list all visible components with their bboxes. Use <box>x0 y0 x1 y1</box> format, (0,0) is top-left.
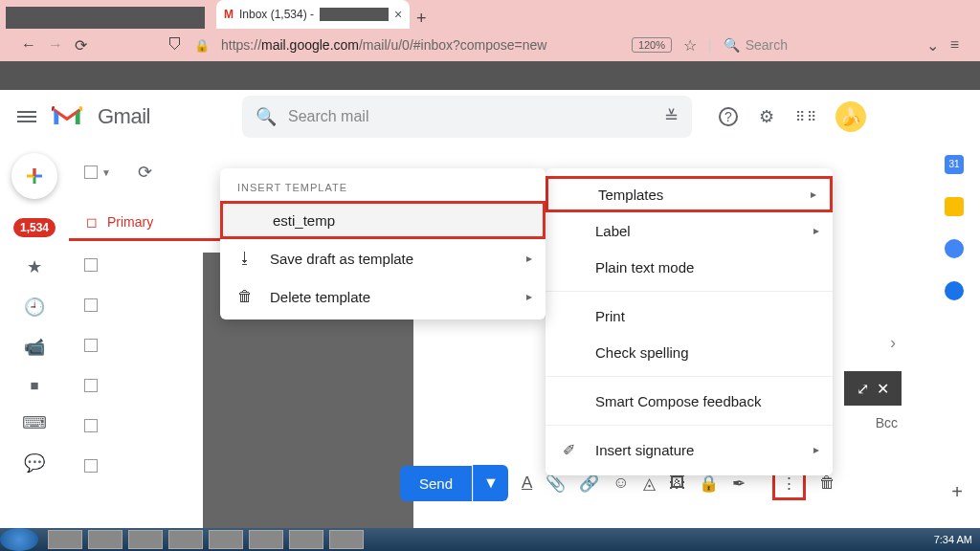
taskbar-app[interactable] <box>88 530 122 549</box>
submenu-header: INSERT TEMPLATE <box>220 172 546 201</box>
taskbar-app[interactable] <box>128 530 163 549</box>
bcc-link[interactable]: Bcc <box>876 415 898 430</box>
keyboard-icon[interactable]: ⌨ <box>22 412 47 433</box>
new-tab-button[interactable]: + <box>410 9 433 29</box>
apps-grid-icon[interactable]: ⠿⠿ <box>795 105 818 128</box>
menu-insert-signature[interactable]: ✐Insert signature <box>546 431 833 468</box>
pen-icon: ✐ <box>563 441 575 459</box>
popout-icon[interactable]: ⤢ <box>857 380 869 398</box>
taskbar-app[interactable] <box>48 530 82 549</box>
reload-icon[interactable]: ⟳ <box>75 36 87 55</box>
redacted-area <box>6 7 205 29</box>
kebab-icon: ⋮ <box>781 474 797 493</box>
menu-icon[interactable]: ≡ <box>950 36 959 54</box>
plus-icon <box>23 165 46 187</box>
send-options-dropdown[interactable]: ▼ <box>473 465 508 501</box>
browser-tab-strip: M Inbox (1,534) - × + <box>0 0 980 29</box>
contacts-app-icon[interactable] <box>945 281 964 300</box>
starred-icon[interactable]: ★ <box>27 256 42 277</box>
search-options-icon[interactable]: ≚ <box>664 106 679 127</box>
left-sidebar: 1,534 ★ 🕘 📹 ■ ⌨ 💬 <box>0 143 69 528</box>
search-icon: 🔍 <box>256 106 277 127</box>
delete-template[interactable]: 🗑Delete template <box>220 277 546 316</box>
compose-window-controls: ⤢ ✕ <box>844 371 902 406</box>
search-input[interactable] <box>288 108 653 125</box>
taskbar-app[interactable] <box>329 530 364 549</box>
shield-icon[interactable]: ⛉ <box>167 36 183 54</box>
inbox-icon: ◻ <box>86 214 98 230</box>
save-draft-as-template[interactable]: ⭳Save draft as template <box>220 239 546 277</box>
browser-search-box[interactable]: 🔍 Search <box>724 37 915 53</box>
emoji-icon[interactable]: ☺ <box>612 474 629 493</box>
keep-app-icon[interactable] <box>945 197 964 216</box>
gmail-header: Gmail 🔍 ≚ ? ⚙ ⠿⠿ 🍌 <box>0 90 980 143</box>
trash-icon: 🗑 <box>237 288 253 305</box>
gmail-search-bar[interactable]: 🔍 ≚ <box>242 96 692 138</box>
calendar-app-icon[interactable]: 31 <box>945 155 964 174</box>
menu-label[interactable]: Label <box>546 212 833 249</box>
hangouts-icon[interactable]: 💬 <box>24 452 45 474</box>
main-menu-icon[interactable] <box>17 111 36 122</box>
bookmark-star-icon[interactable]: ☆ <box>683 36 697 55</box>
gmail-favicon-icon: M <box>224 8 234 21</box>
meet-camera-icon[interactable]: 📹 <box>24 337 45 358</box>
add-addon-icon[interactable]: + <box>951 481 963 503</box>
template-item-esti-temp[interactable]: esti_temp <box>220 201 546 239</box>
account-avatar[interactable]: 🍌 <box>835 101 866 132</box>
settings-gear-icon[interactable]: ⚙ <box>755 105 778 128</box>
attach-icon[interactable]: 📎 <box>546 474 566 494</box>
taskbar-app[interactable] <box>209 530 243 549</box>
start-button[interactable] <box>0 528 38 551</box>
send-button[interactable]: Send <box>400 466 472 501</box>
lock-icon[interactable]: 🔒 <box>194 38 210 53</box>
taskbar-app[interactable] <box>168 530 203 549</box>
compose-more-menu: Templates Label Plain text mode Print Ch… <box>546 168 833 475</box>
taskbar-app[interactable] <box>249 530 283 549</box>
download-icon: ⭳ <box>237 250 253 267</box>
insert-link-icon[interactable]: 🔗 <box>579 474 599 494</box>
confidential-icon[interactable]: 🔒 <box>699 474 719 494</box>
gmail-wordmark: Gmail <box>98 104 150 129</box>
meet-video-icon[interactable]: ■ <box>30 377 38 393</box>
discard-draft-icon[interactable]: 🗑 <box>819 474 835 493</box>
close-compose-icon[interactable]: ✕ <box>877 380 889 398</box>
redacted-toolbar <box>0 61 980 90</box>
insert-photo-icon[interactable]: 🖼 <box>669 474 685 493</box>
tasks-app-icon[interactable] <box>945 239 964 258</box>
back-icon[interactable]: ← <box>21 36 36 54</box>
redacted-email <box>320 8 389 21</box>
right-side-panel: 31 <box>928 143 980 528</box>
support-icon[interactable]: ? <box>719 107 738 126</box>
templates-submenu: INSERT TEMPLATE esti_temp ⭳Save draft as… <box>220 168 546 320</box>
windows-taskbar[interactable]: 7:34 AM <box>0 528 980 551</box>
menu-plain-text[interactable]: Plain text mode <box>546 249 833 285</box>
url-text[interactable]: https://mail.google.com/mail/u/0/#inbox?… <box>221 37 546 53</box>
drive-icon[interactable]: ◬ <box>643 474 656 494</box>
tab-label: Primary <box>107 214 153 230</box>
compose-button[interactable] <box>11 153 57 199</box>
taskbar-app[interactable] <box>289 530 323 549</box>
pocket-icon[interactable]: ⌄ <box>926 36 939 55</box>
menu-print[interactable]: Print <box>546 298 833 334</box>
side-panel-toggle-icon[interactable]: › <box>890 333 896 353</box>
browser-tab-active[interactable]: M Inbox (1,534) - × <box>216 0 410 29</box>
snoozed-icon[interactable]: 🕘 <box>24 297 45 318</box>
menu-check-spelling[interactable]: Check spelling <box>546 334 833 370</box>
taskbar-pins <box>48 530 364 549</box>
tab-title: Inbox (1,534) - <box>239 8 314 21</box>
menu-templates[interactable]: Templates <box>546 176 833 212</box>
zoom-badge[interactable]: 120% <box>632 37 672 53</box>
gmail-logo-icon <box>52 105 82 128</box>
inbox-count-badge[interactable]: 1,534 <box>13 218 56 237</box>
formatting-icon[interactable]: A <box>522 474 532 493</box>
refresh-icon[interactable]: ⟳ <box>138 162 152 183</box>
menu-smart-compose[interactable]: Smart Compose feedback <box>546 383 833 419</box>
forward-icon: → <box>48 36 63 54</box>
close-tab-icon[interactable]: × <box>394 7 402 22</box>
system-clock[interactable]: 7:34 AM <box>934 534 972 545</box>
browser-toolbar: ← → ⟳ ⛉ 🔒 https://mail.google.com/mail/u… <box>0 29 980 61</box>
search-icon: 🔍 <box>724 37 740 53</box>
select-all-checkbox[interactable]: ▼ <box>84 165 111 179</box>
signature-icon[interactable]: ✒ <box>732 474 746 494</box>
